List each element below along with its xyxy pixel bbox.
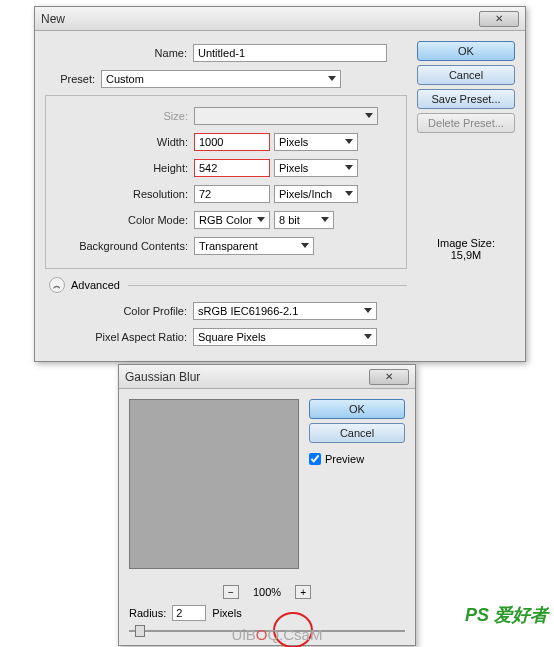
dialog-title: Gaussian Blur (125, 370, 200, 384)
chevron-down-icon (321, 217, 329, 222)
button-column: OK Cancel Save Preset... Delete Preset..… (417, 41, 515, 351)
titlebar: New ✕ (35, 7, 525, 31)
dialog-title: New (41, 12, 65, 26)
zoom-controls: − 100% + (119, 585, 415, 599)
pixelaspect-dropdown[interactable]: Square Pixels (193, 328, 377, 346)
chevron-down-icon (365, 113, 373, 118)
form-area: Name: Preset: Custom Size: Width: Pixels (45, 41, 407, 351)
bgcontents-dropdown[interactable]: Transparent (194, 237, 314, 255)
chevron-down-icon (328, 76, 336, 81)
close-icon: ✕ (385, 371, 393, 382)
name-label: Name: (45, 47, 193, 59)
advanced-toggle[interactable]: ︽ Advanced (49, 277, 407, 293)
preview-checkbox[interactable] (309, 453, 321, 465)
close-icon: ✕ (495, 13, 503, 24)
bitdepth-dropdown[interactable]: 8 bit (274, 211, 334, 229)
chevron-down-icon (345, 139, 353, 144)
chevron-down-icon (364, 334, 372, 339)
zoom-in-button[interactable]: + (295, 585, 311, 599)
colorprofile-label: Color Profile: (45, 305, 193, 317)
close-button[interactable]: ✕ (369, 369, 409, 385)
radius-input[interactable] (172, 605, 206, 621)
name-input[interactable] (193, 44, 387, 62)
minus-icon: − (228, 587, 234, 598)
resolution-label: Resolution: (46, 188, 194, 200)
delete-preset-button: Delete Preset... (417, 113, 515, 133)
size-label: Size: (46, 110, 194, 122)
preview-checkbox-row: Preview (309, 453, 405, 465)
preset-label: Preset: (45, 73, 101, 85)
preview-image (129, 399, 299, 569)
new-document-dialog: New ✕ Name: Preset: Custom Size: Width: (34, 6, 526, 362)
zoom-out-button[interactable]: − (223, 585, 239, 599)
colormode-dropdown[interactable]: RGB Color (194, 211, 270, 229)
slider-thumb[interactable] (135, 625, 145, 637)
height-input[interactable] (194, 159, 270, 177)
colormode-label: Color Mode: (46, 214, 194, 226)
close-button[interactable]: ✕ (479, 11, 519, 27)
titlebar: Gaussian Blur ✕ (119, 365, 415, 389)
chevron-down-icon (257, 217, 265, 222)
preset-dropdown[interactable]: Custom (101, 70, 341, 88)
chevron-down-icon (345, 165, 353, 170)
height-label: Height: (46, 162, 194, 174)
radius-label: Radius: (129, 607, 166, 619)
chevron-up-icon: ︽ (49, 277, 65, 293)
width-label: Width: (46, 136, 194, 148)
size-dropdown (194, 107, 378, 125)
cancel-button[interactable]: Cancel (417, 65, 515, 85)
cancel-button[interactable]: Cancel (309, 423, 405, 443)
chevron-down-icon (345, 191, 353, 196)
ok-button[interactable]: OK (417, 41, 515, 61)
preset-panel: Size: Width: Pixels Height: Pixels Resol… (45, 95, 407, 269)
plus-icon: + (300, 587, 306, 598)
resolution-input[interactable] (194, 185, 270, 203)
chevron-down-icon (301, 243, 309, 248)
resolution-unit-dropdown[interactable]: Pixels/Inch (274, 185, 358, 203)
pixelaspect-label: Pixel Aspect Ratio: (45, 331, 193, 343)
radius-unit: Pixels (212, 607, 241, 619)
watermark-logo: PS 爱好者 (465, 603, 548, 627)
gaussian-blur-dialog: Gaussian Blur ✕ OK Cancel Preview − 100%… (118, 364, 416, 646)
bgcontents-label: Background Contents: (46, 240, 194, 252)
ok-button[interactable]: OK (309, 399, 405, 419)
colorprofile-dropdown[interactable]: sRGB IEC61966-2.1 (193, 302, 377, 320)
zoom-value: 100% (253, 586, 281, 598)
chevron-down-icon (364, 308, 372, 313)
width-input[interactable] (194, 133, 270, 151)
width-unit-dropdown[interactable]: Pixels (274, 133, 358, 151)
save-preset-button[interactable]: Save Preset... (417, 89, 515, 109)
height-unit-dropdown[interactable]: Pixels (274, 159, 358, 177)
image-size-info: Image Size: 15,9M (417, 237, 515, 261)
divider (128, 285, 407, 286)
watermark-site: UiBOQ.CsaM (232, 626, 323, 643)
